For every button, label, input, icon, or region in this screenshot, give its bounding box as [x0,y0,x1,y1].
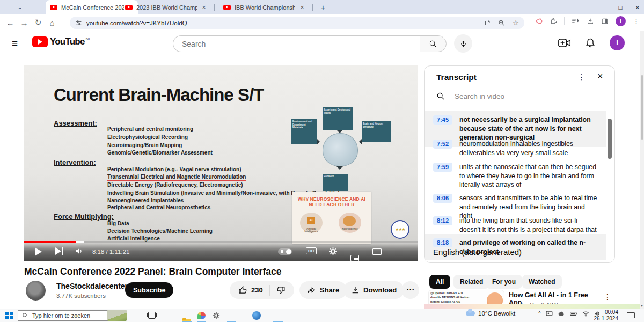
youtube-search-button[interactable] [420,35,447,52]
task-view-icon[interactable] [148,312,156,319]
settings-gear-icon[interactable] [328,247,338,256]
transcript-language-label[interactable]: English (auto-generated) [433,247,522,257]
subscribe-button[interactable]: Subscribe [125,282,173,298]
transcript-segment[interactable]: 7:52 neuromodulation inhalables ingestib… [425,135,606,162]
teams-icon[interactable] [546,311,553,317]
tab-2023-ibb[interactable]: 2023 IBB World Championship | × [121,0,211,14]
browser-menu-kebab-icon[interactable]: ⋮ [633,17,640,25]
url-text: youtube.com/watch?v=JKYbI7UoldQ [86,20,484,26]
site-settings-icon[interactable] [75,19,82,26]
side-panel-icon[interactable] [601,18,609,25]
volume-icon[interactable] [74,247,84,255]
channel-avatar[interactable] [26,281,46,301]
download-button[interactable]: Download [343,281,404,299]
onedrive-cloud-icon[interactable] [558,311,565,316]
search-highlight-image[interactable] [107,310,127,321]
subtitles-cc-button[interactable]: CC [306,247,317,254]
tab-search-icon[interactable]: ⌄ [15,3,25,12]
thumb-down-icon [276,286,286,295]
next-button[interactable] [55,247,63,255]
taskbar-search-box[interactable]: Typ hier om te zoeken [18,310,118,321]
taskbar-weather[interactable]: 10°C Bewolkt [466,310,515,317]
share-button[interactable]: Share [299,281,347,299]
segment-timestamp[interactable]: 8:06 [433,194,452,203]
battery-icon[interactable] [570,311,577,316]
transcript-close-icon[interactable]: × [597,71,603,82]
media-controls-icon[interactable] [572,18,580,25]
maximize-button[interactable]: □ [619,4,623,11]
channel-name[interactable]: TheStockdalecenter [56,282,128,290]
slide-item: Decision Technologies/Machine Learning [107,228,213,234]
miniplayer-button[interactable] [350,255,359,261]
slide-item: Neuroimaging/Brain Mapping [107,142,182,148]
suggested-video-kebab-icon[interactable]: ⋮ [604,292,611,301]
notifications-bell-icon[interactable] [585,38,596,48]
create-video-icon[interactable] [558,38,571,48]
segment-timestamp[interactable]: 7:52 [433,140,452,149]
voice-search-button[interactable] [454,34,472,53]
ai-chip-icon: AI [307,217,315,224]
action-center-icon[interactable] [627,312,635,318]
transcript-segment[interactable]: 7:59 units at the nanoscale that can the… [425,158,606,194]
more-actions-button[interactable]: ⋯ [401,281,419,299]
page-scrollbar-thumb[interactable] [641,75,643,140]
taskbar-search-placeholder: Typ hier om te zoeken [32,312,90,319]
address-bar[interactable]: youtube.com/watch?v=JKYbI7UoldQ ☆ [70,17,524,29]
new-tab-button[interactable]: + [318,2,328,13]
chip-for-you[interactable]: For you [486,275,522,289]
tray-chevron-icon[interactable]: ^ [538,311,541,317]
start-button[interactable] [5,312,13,319]
chip-all[interactable]: All [429,275,450,289]
home-button[interactable]: ⌂ [45,18,59,27]
youtube-logo[interactable]: YouTube NL [32,36,91,47]
cutoff-banner [424,304,644,309]
video-player[interactable]: Current Brain-Machine S/T Assessment: Pe… [24,65,418,261]
downloads-icon[interactable] [587,18,594,25]
diagram-arrow [336,166,343,173]
transcript-scrollbar-thumb[interactable] [608,119,612,159]
youtube-search-input[interactable] [173,35,420,52]
chip-related[interactable]: Related [453,275,489,289]
bookmark-star-icon[interactable]: ☆ [513,19,519,27]
hamburger-menu-icon[interactable]: ≡ [12,38,18,49]
segment-timestamp[interactable]: 8:18 [433,238,452,247]
play-button[interactable] [35,247,42,256]
youtube-profile-avatar[interactable]: I [610,35,625,50]
browser-profile-avatar[interactable]: I [616,16,626,26]
like-button[interactable]: 230 [232,286,269,295]
tab-close-icon[interactable]: × [299,4,305,11]
segment-timestamp[interactable]: 7:59 [433,163,452,172]
transcript-search[interactable]: Search in video [436,92,504,100]
player-controls: 8:18 / 1:11:21 CC [24,243,418,261]
segment-timestamp[interactable]: 8:12 [433,216,452,225]
extension-pink-icon[interactable] [535,18,543,25]
zoom-icon[interactable] [498,19,505,26]
transcript-menu-kebab-icon[interactable]: ⋮ [577,72,586,82]
settings-icon[interactable] [213,312,220,319]
theater-mode-button[interactable] [372,248,382,255]
autoplay-toggle[interactable] [278,248,292,255]
share-label: Share [320,286,339,294]
taskbar-clock[interactable]: 00:04 26-1-2024 [588,309,618,321]
tab-ibb-world[interactable]: IBB World Championship - YouT × [219,0,309,14]
scrollbar-down-arrow[interactable]: ▼ [640,304,644,308]
forward-button[interactable]: → [17,18,31,27]
search-input[interactable] [182,40,420,48]
chip-watched[interactable]: Watched [522,275,562,289]
close-window-button[interactable]: × [635,3,640,12]
segment-timestamp[interactable]: 7:45 [433,115,452,125]
open-in-new-icon[interactable] [484,20,491,26]
download-icon [351,286,360,295]
back-button[interactable]: ← [3,18,17,27]
reload-button[interactable]: ↻ [31,18,45,27]
page-scrollbar[interactable]: ▼ [640,31,644,309]
like-count: 230 [251,286,263,294]
blue-app-icon[interactable] [252,311,261,320]
slide-item: Nanoengineered Implantables [107,197,184,203]
tab-close-icon[interactable]: × [201,4,207,11]
paint-icon[interactable] [197,312,206,319]
dislike-button[interactable] [270,286,292,295]
minimize-button[interactable]: – [602,4,606,11]
fullscreen-button[interactable] [395,261,403,261]
extensions-icon[interactable] [550,18,557,25]
